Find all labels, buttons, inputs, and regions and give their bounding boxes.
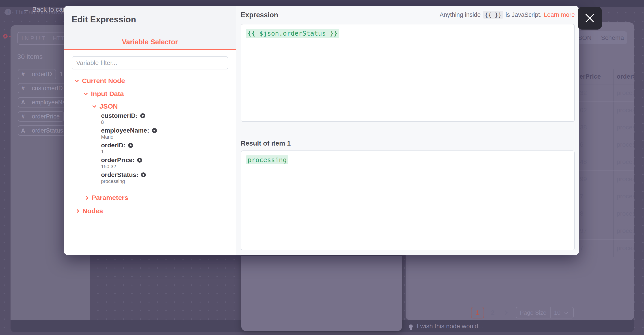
field-name: orderStatus bbox=[28, 126, 67, 135]
variable-key: orderStatus: bbox=[101, 171, 138, 178]
cell-order-status: processing bbox=[617, 210, 634, 217]
variable-key-row: employeeName: bbox=[101, 127, 228, 134]
input-items-count: 30 items bbox=[17, 53, 42, 60]
variable-key: customerID: bbox=[101, 112, 138, 119]
cell-order-price: 7 bbox=[580, 193, 584, 200]
variable-key: orderID: bbox=[101, 142, 126, 149]
hint-prefix: Anything inside bbox=[440, 11, 481, 18]
variable-target-icon[interactable] bbox=[140, 113, 145, 118]
variable-value: 1 bbox=[101, 149, 228, 154]
schema-field-pill: # orderPrice bbox=[18, 111, 64, 122]
variable-target-icon[interactable] bbox=[128, 143, 133, 148]
cell-order-price: 02 bbox=[580, 107, 587, 114]
close-modal-button[interactable] bbox=[578, 7, 602, 29]
field-sample-value: 1 bbox=[60, 71, 63, 78]
schema-field-pill: # customerID bbox=[18, 83, 67, 93]
variable-key: orderPrice: bbox=[101, 157, 134, 164]
output-pagination: 1 2 Page Size 10 bbox=[406, 307, 634, 319]
field-type-icon: # bbox=[18, 83, 28, 93]
cell-order-status: processing bbox=[617, 227, 634, 235]
variable-field[interactable]: employeeName: Mario bbox=[101, 127, 228, 142]
field-type-icon: A bbox=[18, 98, 28, 107]
variable-value: 150.32 bbox=[101, 164, 228, 169]
expression-panel: Expression Anything inside {{ }} is Java… bbox=[236, 6, 579, 255]
variable-field[interactable]: orderID: 1 bbox=[101, 142, 228, 157]
ndv-parameters-panel bbox=[241, 256, 402, 331]
tree-branch-current-node[interactable]: Current Node bbox=[75, 77, 228, 84]
variable-target-icon[interactable] bbox=[137, 158, 142, 163]
cell-order-price: 97 bbox=[580, 227, 587, 235]
variable-tree: Current Node Input Data JSON bbox=[75, 77, 228, 215]
chevron-down-icon bbox=[84, 91, 88, 95]
variable-field[interactable]: orderStatus: processing bbox=[101, 171, 228, 186]
cell-order-price: 48 bbox=[580, 158, 587, 165]
cell-order-status: processing bbox=[617, 89, 634, 96]
chevron-right-icon bbox=[84, 196, 88, 200]
page-size-value: 10 bbox=[550, 309, 561, 316]
close-icon bbox=[584, 13, 595, 23]
variable-key: employeeName: bbox=[101, 127, 149, 134]
node-wish-input[interactable]: I wish this node would... bbox=[409, 320, 483, 332]
expression-result-box: processing bbox=[241, 150, 575, 250]
learn-more-link[interactable]: Learn more bbox=[544, 11, 575, 18]
variable-selector-panel: Edit Expression Variable Selector Curren… bbox=[64, 6, 236, 255]
page-1-button[interactable]: 1 bbox=[471, 307, 484, 319]
chevron-down-icon bbox=[92, 104, 96, 108]
chevron-right-icon bbox=[75, 209, 79, 213]
branch-label: Current Node bbox=[82, 77, 125, 85]
tree-branch-json[interactable]: JSON bbox=[93, 103, 228, 110]
cell-order-price: 38 bbox=[580, 124, 587, 131]
tree-branch-nodes[interactable]: Nodes bbox=[76, 207, 228, 215]
node-wish-placeholder: I wish this node would... bbox=[417, 323, 483, 330]
field-type-icon: # bbox=[18, 69, 28, 79]
next-page-icon[interactable] bbox=[503, 310, 508, 315]
expression-editor[interactable]: {{ $json.orderStatus }} bbox=[241, 24, 575, 122]
variable-value: Mario bbox=[101, 134, 228, 139]
variable-key-row: customerID: bbox=[101, 112, 228, 119]
cell-order-status: processing bbox=[617, 245, 634, 252]
expression-hint: Anything inside {{ }} is JavaScript. Lea… bbox=[440, 11, 575, 18]
page-2-button[interactable]: 2 bbox=[490, 307, 496, 319]
result-label: Result of item 1 bbox=[241, 139, 575, 147]
tab-schema[interactable]: Schema bbox=[598, 31, 627, 44]
cell-order-price: 99 bbox=[580, 176, 587, 183]
tree-branch-input-data[interactable]: Input Data bbox=[84, 90, 228, 97]
cell-order-price: 32 bbox=[580, 89, 587, 96]
lightbulb-icon bbox=[409, 325, 413, 328]
variable-field[interactable]: customerID: 8 bbox=[101, 112, 228, 127]
variable-target-icon[interactable] bbox=[141, 172, 146, 177]
variable-filter-input[interactable] bbox=[72, 56, 228, 69]
tab-variable-selector[interactable]: Variable Selector bbox=[64, 38, 236, 46]
cell-order-status: processing bbox=[617, 193, 634, 200]
cell-order-price: 6 bbox=[580, 141, 584, 148]
cell-order-status: processing bbox=[617, 158, 634, 165]
column-header-orderstatus: orderStatus bbox=[617, 73, 634, 80]
node-connector-icon bbox=[3, 34, 8, 38]
modal-title: Edit Expression bbox=[72, 15, 136, 24]
back-arrow-icon: ← bbox=[23, 6, 30, 13]
tree-branch-parameters[interactable]: Parameters bbox=[85, 194, 228, 201]
variable-selector-body: Current Node Input Data JSON bbox=[64, 50, 236, 255]
field-name: orderID bbox=[28, 69, 56, 79]
cell-order-status: processing bbox=[617, 176, 634, 183]
branch-label: Nodes bbox=[82, 207, 103, 215]
variable-field-list: customerID: 8 employeeName: bbox=[101, 112, 228, 186]
variable-field[interactable]: orderPrice: 150.32 bbox=[101, 157, 228, 171]
branch-label: Input Data bbox=[91, 90, 124, 98]
cell-order-status: processing bbox=[617, 124, 634, 131]
field-type-icon: # bbox=[18, 112, 28, 121]
variable-value: 8 bbox=[101, 119, 228, 125]
variable-key-row: orderID: bbox=[101, 142, 228, 149]
n8n-app: i This n8n instance is ← Back to canvas … bbox=[0, 0, 644, 335]
branch-label: JSON bbox=[100, 103, 118, 110]
variable-target-icon[interactable] bbox=[152, 128, 157, 133]
result-value: processing bbox=[246, 155, 288, 164]
cell-order-price: 8 bbox=[580, 210, 584, 217]
tab-input[interactable]: INPUT bbox=[18, 32, 48, 44]
field-name: orderPrice bbox=[28, 112, 64, 121]
expression-label: Expression bbox=[241, 11, 278, 19]
field-type-icon: A bbox=[18, 126, 28, 135]
page-size-select[interactable]: Page Size 10 bbox=[516, 307, 574, 319]
expression-code: {{ $json.orderStatus }} bbox=[246, 29, 339, 38]
schema-field-pill: # orderID bbox=[18, 69, 56, 79]
